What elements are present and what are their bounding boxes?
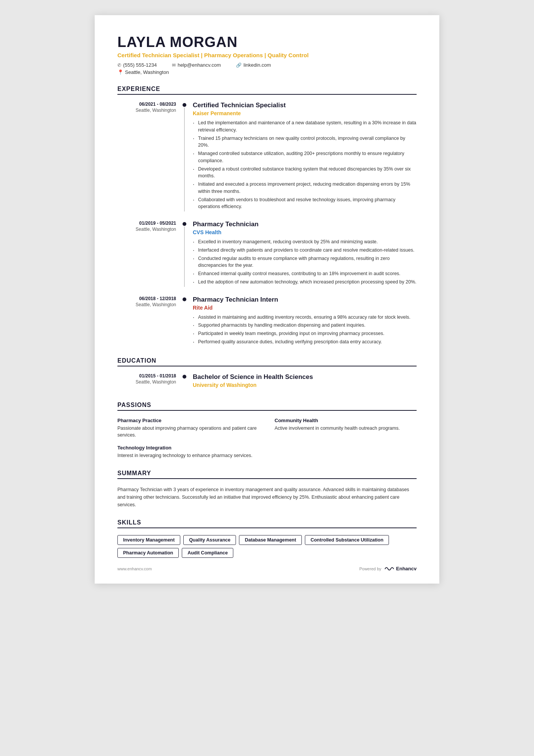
skills-section: SKILLS Inventory Management Quality Assu…	[117, 519, 417, 558]
job-item-1: 06/2021 - 08/2023 Seattle, Washington Ce…	[117, 102, 417, 211]
bullet-1-1: Trained 15 pharmacy technicians on new q…	[193, 135, 417, 149]
summary-heading: SUMMARY	[117, 470, 417, 479]
passion-name-1: Community Health	[275, 418, 417, 423]
bullet-3-2: Participated in weekly team meetings, pr…	[193, 330, 417, 337]
job-title-3: Pharmacy Technician Intern	[193, 296, 417, 304]
education-heading: EDUCATION	[117, 357, 417, 366]
bullet-3-1: Supported pharmacists by handling medica…	[193, 322, 417, 329]
timeline-dot-3	[183, 297, 186, 301]
skills-row-2: Pharmacy Automation Audit Compliance	[117, 548, 417, 558]
enhancv-logo: Enhancv	[384, 565, 417, 572]
job-location-1: Seattle, Washington	[117, 108, 176, 113]
timeline-center-1	[180, 102, 189, 211]
skills-heading: SKILLS	[117, 519, 417, 528]
bullet-3-3: Performed quality assurance duties, incl…	[193, 338, 417, 346]
job-bullets-1: Led the implementation and maintenance o…	[193, 119, 417, 210]
powered-by-label: Powered by	[359, 567, 381, 571]
summary-text: Pharmacy Technician with 3 years of expe…	[117, 486, 417, 509]
timeline-line-2	[184, 227, 185, 287]
edu-item-1: 01/2015 - 01/2018 Seattle, Washington Ba…	[117, 373, 417, 391]
bullet-2-1: Interfaced directly with patients and pr…	[193, 247, 417, 254]
bullet-2-2: Conducted regular audits to ensure compl…	[193, 255, 417, 269]
phone-number: (555) 555-1234	[123, 62, 157, 68]
candidate-name: LAYLA MORGAN	[117, 34, 417, 50]
contact-row: ✆ (555) 555-1234 ✉ help@enhancv.com 🔗 li…	[117, 62, 417, 68]
job-left-1: 06/2021 - 08/2023 Seattle, Washington	[117, 102, 180, 211]
passion-desc-0: Passionate about improving pharmacy oper…	[117, 425, 259, 439]
passion-desc-2: Interest in leveraging technology to enh…	[117, 452, 259, 459]
job-left-2: 01/2019 - 05/2021 Seattle, Washington	[117, 221, 180, 287]
experience-timeline: 06/2021 - 08/2023 Seattle, Washington Ce…	[117, 102, 417, 347]
passion-item-0: Pharmacy Practice Passionate about impro…	[117, 418, 259, 439]
skill-0: Inventory Management	[117, 535, 180, 545]
experience-section: EXPERIENCE 06/2021 - 08/2023 Seattle, Wa…	[117, 86, 417, 347]
job-location-3: Seattle, Washington	[117, 302, 176, 307]
skill-2: Database Management	[239, 535, 301, 545]
company-name-1: Kaiser Permanente	[193, 110, 417, 116]
header: LAYLA MORGAN Certified Technician Specia…	[117, 34, 417, 75]
job-bullets-3: Assisted in maintaining and auditing inv…	[193, 314, 417, 346]
bullet-2-4: Led the adoption of new automation techn…	[193, 279, 417, 286]
enhancv-brand-name: Enhancv	[396, 566, 417, 571]
skill-1: Quality Assurance	[183, 535, 236, 545]
job-item-2: 01/2019 - 05/2021 Seattle, Washington Ph…	[117, 221, 417, 287]
job-title-1: Certified Technician Specialist	[193, 102, 417, 109]
experience-heading: EXPERIENCE	[117, 86, 417, 95]
skill-4: Pharmacy Automation	[117, 548, 179, 558]
link-icon: 🔗	[236, 63, 242, 68]
job-right-3: Pharmacy Technician Intern Rite Aid Assi…	[189, 296, 417, 347]
footer: www.enhancv.com Powered by Enhancv	[117, 565, 417, 572]
bullet-1-4: Initiated and executed a process improve…	[193, 181, 417, 195]
resume-page: LAYLA MORGAN Certified Technician Specia…	[95, 15, 439, 584]
timeline-line-1	[184, 108, 185, 211]
bullet-2-3: Enhanced internal quality control measur…	[193, 270, 417, 277]
education-section: EDUCATION 01/2015 - 01/2018 Seattle, Was…	[117, 357, 417, 391]
company-name-2: CVS Health	[193, 229, 417, 235]
job-left-3: 06/2018 - 12/2018 Seattle, Washington	[117, 296, 180, 347]
job-item-3: 06/2018 - 12/2018 Seattle, Washington Ph…	[117, 296, 417, 347]
location-icon: 📍	[117, 69, 123, 75]
candidate-title: Certified Technician Specialist | Pharma…	[117, 52, 417, 58]
skill-5: Audit Compliance	[182, 548, 233, 558]
skills-row-1: Inventory Management Quality Assurance D…	[117, 535, 417, 545]
edu-left-1: 01/2015 - 01/2018 Seattle, Washington	[117, 373, 180, 391]
timeline-center-3	[180, 296, 189, 347]
edu-degree-1: Bachelor of Science in Health Sciences	[193, 373, 417, 381]
job-date-3: 06/2018 - 12/2018	[117, 296, 176, 301]
email-icon: ✉	[172, 63, 176, 68]
passion-item-1: Community Health Active involvement in c…	[275, 418, 417, 439]
job-location-2: Seattle, Washington	[117, 227, 176, 232]
edu-institution-1: University of Washington	[193, 382, 417, 388]
bullet-1-3: Developed a robust controlled substance …	[193, 166, 417, 180]
passion-name-2: Technology Integration	[117, 445, 259, 451]
timeline-center-2	[180, 221, 189, 287]
footer-url: www.enhancv.com	[117, 567, 152, 571]
bullet-2-0: Excelled in inventory management, reduci…	[193, 238, 417, 246]
email-address: help@enhancv.com	[178, 62, 221, 68]
edu-dot-1	[183, 375, 186, 379]
bullet-3-0: Assisted in maintaining and auditing inv…	[193, 314, 417, 321]
email-contact: ✉ help@enhancv.com	[172, 62, 221, 68]
footer-powered: Powered by Enhancv	[359, 565, 417, 572]
bullet-1-5: Collaborated with vendors to troubleshoo…	[193, 196, 417, 211]
timeline-dot-1	[183, 103, 186, 107]
edu-center-1	[180, 373, 189, 391]
phone-icon: ✆	[117, 63, 121, 68]
skill-3: Controlled Substance Utilization	[305, 535, 389, 545]
passions-grid: Pharmacy Practice Passionate about impro…	[117, 418, 417, 459]
linkedin-contact: 🔗 linkedin.com	[236, 62, 271, 68]
linkedin-url: linkedin.com	[244, 62, 271, 68]
education-timeline: 01/2015 - 01/2018 Seattle, Washington Ba…	[117, 373, 417, 391]
passion-name-0: Pharmacy Practice	[117, 418, 259, 423]
edu-date-1: 01/2015 - 01/2018	[117, 373, 176, 379]
location-row: 📍 Seattle, Washington	[117, 69, 417, 75]
timeline-dot-2	[183, 222, 186, 226]
edu-location-1: Seattle, Washington	[117, 379, 176, 385]
job-bullets-2: Excelled in inventory management, reduci…	[193, 238, 417, 286]
enhancv-logo-icon	[384, 565, 395, 572]
edu-right-1: Bachelor of Science in Health Sciences U…	[189, 373, 417, 391]
job-date-1: 06/2021 - 08/2023	[117, 102, 176, 107]
job-right-2: Pharmacy Technician CVS Health Excelled …	[189, 221, 417, 287]
bullet-1-2: Managed controlled substance utilization…	[193, 150, 417, 164]
phone-contact: ✆ (555) 555-1234	[117, 62, 157, 68]
